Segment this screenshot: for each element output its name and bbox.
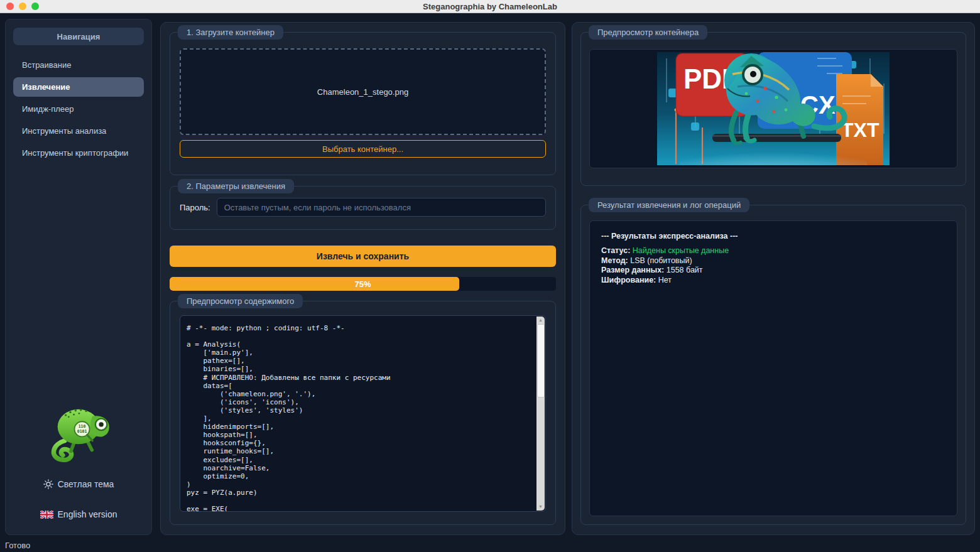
- log-row: Размер данных: 1558 байт: [601, 266, 945, 275]
- group-extraction-result: Результат извлечения и лог операций --- …: [580, 205, 966, 525]
- titlebar: Steganographia by ChameleonLab: [0, 0, 980, 13]
- sidebar-item[interactable]: Извлечение: [13, 77, 144, 97]
- uk-flag-icon: [40, 511, 53, 519]
- progress-bar: 75%: [170, 277, 556, 291]
- sidebar: Навигация ВстраиваниеИзвлечениеИмидж-пле…: [5, 19, 152, 535]
- group-load-container-title: 1. Загрузите контейнер: [178, 25, 283, 40]
- container-preview-image: PDF DOCX TXT: [657, 52, 890, 165]
- language-toggle-label: English version: [58, 509, 117, 519]
- group-content-preview: Предпросмотр содержимого # -*- mode: pyt…: [170, 301, 556, 525]
- container-drop-area[interactable]: Chameleon_1_stego.png: [180, 48, 546, 135]
- minimize-window-button[interactable]: [19, 3, 26, 10]
- svg-text:0101: 0101: [77, 429, 87, 434]
- group-container-preview-title: Предпросмотр контейнера: [589, 25, 707, 40]
- language-toggle[interactable]: English version: [40, 509, 117, 519]
- group-extraction-params: 2. Параметры извлечения Пароль:: [170, 186, 556, 230]
- chameleon-logo: 110 0101: [43, 400, 114, 465]
- window-title: Steganographia by ChameleonLab: [0, 2, 980, 11]
- svg-text:TXT: TXT: [841, 119, 879, 141]
- app-window: Steganographia by ChameleonLab Навигация…: [0, 0, 980, 552]
- sidebar-item[interactable]: Встраивание: [13, 55, 144, 75]
- window-content: Навигация ВстраиваниеИзвлечениеИмидж-пле…: [0, 13, 980, 539]
- scroll-up-arrow-icon[interactable]: ▲: [536, 317, 545, 324]
- result-log: --- Результаты экспресс-анализа --- Стат…: [589, 220, 957, 516]
- container-preview-frame: PDF DOCX TXT: [589, 49, 957, 168]
- maximize-window-button[interactable]: [31, 3, 39, 10]
- sun-icon: [43, 479, 53, 489]
- password-label: Пароль:: [180, 203, 210, 212]
- log-heading: --- Результаты экспресс-анализа ---: [601, 232, 945, 241]
- log-rows: Статус: Найдены скрытые данныеМетод: LSB…: [601, 246, 945, 285]
- code-scrollbar[interactable]: ▲ ▼: [536, 317, 545, 511]
- main-panel: 1. Загрузите контейнер Chameleon_1_stego…: [160, 22, 565, 535]
- statusbar: Готово: [0, 539, 980, 552]
- group-content-preview-title: Предпросмотр содержимого: [178, 294, 303, 308]
- theme-toggle[interactable]: Светлая тема: [43, 479, 114, 489]
- status-text: Готово: [5, 541, 30, 550]
- scroll-down-arrow-icon[interactable]: ▼: [536, 503, 545, 511]
- select-container-button[interactable]: Выбрать контейнер...: [180, 140, 546, 158]
- theme-toggle-label: Светлая тема: [58, 479, 114, 489]
- logo-tail: [53, 441, 71, 460]
- code-scrollbar-thumb[interactable]: [537, 324, 545, 398]
- progress-bar-label: 75%: [170, 277, 556, 291]
- extract-save-button[interactable]: Извлечь и сохранить: [170, 246, 556, 267]
- sidebar-item[interactable]: Инструменты криптографии: [13, 143, 144, 163]
- log-row: Метод: LSB (побитовый): [601, 256, 945, 266]
- sidebar-item[interactable]: Имидж-плеер: [13, 99, 144, 119]
- group-container-preview: Предпросмотр контейнера: [580, 32, 966, 186]
- code-preview-area[interactable]: # -*- mode: python ; coding: utf-8 -*- a…: [180, 315, 546, 512]
- right-panel: Предпросмотр контейнера: [572, 22, 975, 535]
- log-row: Шифрование: Нет: [601, 276, 945, 285]
- sidebar-bottom: 110 0101 Светл: [6, 400, 151, 534]
- container-file-name: Chameleon_1_stego.png: [317, 87, 408, 97]
- password-input[interactable]: [217, 198, 546, 217]
- code-preview-text: # -*- mode: python ; coding: utf-8 -*- a…: [180, 316, 536, 511]
- sidebar-nav: ВстраиваниеИзвлечениеИмидж-плеерИнструме…: [6, 53, 151, 165]
- group-extraction-params-title: 2. Параметры извлечения: [178, 179, 294, 193]
- sidebar-item[interactable]: Инструменты анализа: [13, 121, 144, 141]
- close-window-button[interactable]: [6, 3, 14, 10]
- group-load-container: 1. Загрузите контейнер Chameleon_1_stego…: [170, 32, 556, 175]
- group-extraction-result-title: Результат извлечения и лог операций: [589, 198, 749, 212]
- nav-header: Навигация: [13, 28, 144, 45]
- log-row: Статус: Найдены скрытые данные: [601, 246, 945, 256]
